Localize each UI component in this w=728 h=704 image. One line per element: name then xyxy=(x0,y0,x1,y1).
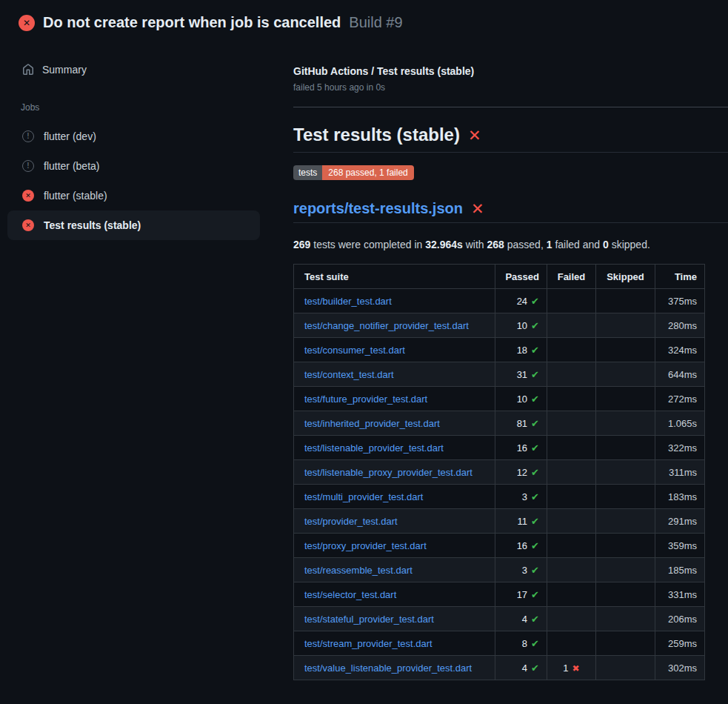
workflow-run-page: ✕ Do not create report when job is cance… xyxy=(0,0,728,704)
passed-cell: 10✔ xyxy=(495,387,547,411)
test-suite-link[interactable]: test/listenable_proxy_provider_test.dart xyxy=(304,467,472,478)
test-suite-link[interactable]: test/selector_test.dart xyxy=(304,589,396,600)
test-suite-link[interactable]: test/stateful_provider_test.dart xyxy=(304,614,434,625)
passed-cell: 81✔ xyxy=(495,411,547,436)
check-icon: ✔ xyxy=(531,565,539,576)
failed-cell xyxy=(547,607,596,631)
test-suite-link[interactable]: test/builder_test.dart xyxy=(304,296,392,307)
passed-cell: 3✔ xyxy=(495,485,547,509)
skipped-cell xyxy=(596,411,655,436)
sidebar-item-flutter-beta[interactable]: !flutter (beta) xyxy=(7,151,260,181)
time-cell: 302ms xyxy=(655,656,705,680)
check-icon: ✔ xyxy=(531,345,539,356)
jobs-heading: Jobs xyxy=(0,82,293,122)
section-heading: Test results (stable) ✕ xyxy=(293,124,728,153)
sidebar-item-test-results-stable[interactable]: ✕Test results (stable) xyxy=(7,210,260,240)
time-cell: 324ms xyxy=(655,338,705,362)
suite-cell: test/future_provider_test.dart xyxy=(294,387,495,411)
failed-cell xyxy=(547,460,596,485)
table-row: test/reassemble_test.dart3✔185ms xyxy=(294,558,705,582)
test-suite-link[interactable]: test/context_test.dart xyxy=(304,369,394,380)
check-icon: ✔ xyxy=(531,589,539,600)
passed-cell-count: 31 xyxy=(517,369,527,380)
test-suite-link[interactable]: test/proxy_provider_test.dart xyxy=(304,540,427,551)
skipped-cell xyxy=(596,607,655,631)
job-label: flutter (stable) xyxy=(44,190,107,202)
table-row: test/future_provider_test.dart10✔272ms xyxy=(294,387,705,411)
time-cell: 185ms xyxy=(655,558,705,582)
test-suite-link[interactable]: test/provider_test.dart xyxy=(304,516,398,527)
suite-cell: test/inherited_provider_test.dart xyxy=(294,411,495,436)
time-cell: 359ms xyxy=(655,534,705,558)
test-suite-link[interactable]: test/value_listenable_provider_test.dart xyxy=(304,663,472,674)
x-icon: ✖ xyxy=(572,663,580,674)
job-label: Test results (stable) xyxy=(44,219,141,231)
passed-cell-count: 3 xyxy=(522,565,527,576)
passed-cell-count: 3 xyxy=(522,491,527,502)
skipped-cell xyxy=(596,485,655,509)
test-suite-link[interactable]: test/change_notifier_provider_test.dart xyxy=(304,320,469,331)
table-row: test/selector_test.dart17✔331ms xyxy=(294,582,705,607)
badge-label: tests xyxy=(293,165,322,180)
table-row: test/change_notifier_provider_test.dart1… xyxy=(294,313,705,338)
test-suite-link[interactable]: test/reassemble_test.dart xyxy=(304,565,413,576)
failed-cell: 1✖ xyxy=(547,656,596,680)
check-icon: ✔ xyxy=(531,467,539,478)
sidebar-item-summary[interactable]: Summary xyxy=(0,58,293,82)
test-suite-link[interactable]: test/consumer_test.dart xyxy=(304,345,405,356)
passed-cell-count: 12 xyxy=(517,467,527,478)
test-suite-link[interactable]: test/stream_provider_test.dart xyxy=(304,638,433,649)
time-cell: 183ms xyxy=(655,485,705,509)
skipped-cell xyxy=(596,460,655,485)
failed-x-icon: ✕ xyxy=(468,127,481,143)
failed-cell xyxy=(547,411,596,436)
skipped-cell xyxy=(596,313,655,338)
table-row: test/context_test.dart31✔644ms xyxy=(294,362,705,387)
failed-cell xyxy=(547,338,596,362)
passed-cell-count: 16 xyxy=(517,442,527,454)
skipped-cell xyxy=(596,534,655,558)
table-row: test/listenable_proxy_provider_test.dart… xyxy=(294,460,705,485)
test-suite-link[interactable]: test/multi_provider_test.dart xyxy=(304,491,423,502)
time-cell: 280ms xyxy=(655,313,705,338)
skipped-cell xyxy=(596,387,655,411)
failed-cell xyxy=(547,362,596,387)
time-cell: 375ms xyxy=(655,289,705,313)
suite-cell: test/selector_test.dart xyxy=(294,582,495,607)
skipped-cell xyxy=(596,631,655,656)
suite-cell: test/provider_test.dart xyxy=(294,509,495,534)
suite-cell: test/change_notifier_provider_test.dart xyxy=(294,313,495,338)
suite-cell: test/proxy_provider_test.dart xyxy=(294,534,495,558)
time-cell: 644ms xyxy=(655,362,705,387)
failed-cell xyxy=(547,436,596,460)
job-label: flutter (beta) xyxy=(44,160,99,172)
report-file-link[interactable]: reports/test-results.json xyxy=(293,200,463,217)
skipped-cell xyxy=(596,362,655,387)
check-icon: ✔ xyxy=(531,516,539,527)
test-suite-link[interactable]: test/listenable_provider_test.dart xyxy=(304,442,444,454)
passed-cell: 3✔ xyxy=(495,558,547,582)
passed-cell: 11✔ xyxy=(495,509,547,534)
time-cell: 272ms xyxy=(655,387,705,411)
skipped-cell xyxy=(596,509,655,534)
check-icon: ✔ xyxy=(531,638,539,649)
passed-cell: 4✔ xyxy=(495,607,547,631)
col-header-test-suite: Test suite xyxy=(294,265,495,289)
sidebar-item-flutter-dev[interactable]: !flutter (dev) xyxy=(7,122,260,151)
check-icon: ✔ xyxy=(531,663,539,674)
test-suite-link[interactable]: test/future_provider_test.dart xyxy=(304,393,427,405)
time-cell: 259ms xyxy=(655,631,705,656)
failed-cell xyxy=(547,313,596,338)
suite-cell: test/builder_test.dart xyxy=(294,289,495,313)
check-icon: ✔ xyxy=(531,393,539,405)
failed-cell xyxy=(547,485,596,509)
test-suite-link[interactable]: test/inherited_provider_test.dart xyxy=(304,418,440,429)
sidebar-item-flutter-stable[interactable]: ✕flutter (stable) xyxy=(7,181,260,210)
check-icon: ✔ xyxy=(531,491,539,502)
skipped-cell xyxy=(596,338,655,362)
suite-cell: test/consumer_test.dart xyxy=(294,338,495,362)
suite-cell: test/context_test.dart xyxy=(294,362,495,387)
suite-cell: test/reassemble_test.dart xyxy=(294,558,495,582)
suite-cell: test/listenable_provider_test.dart xyxy=(294,436,495,460)
failed-cell xyxy=(547,534,596,558)
